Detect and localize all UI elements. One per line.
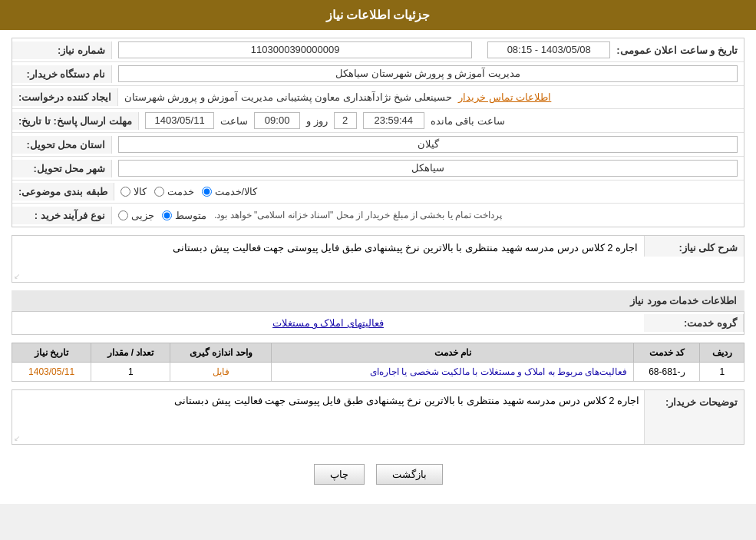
radio-kala-label: کالا <box>134 186 147 197</box>
sharh-resize-icon: ↙ <box>14 272 20 280</box>
roz-value: 2 <box>334 112 357 129</box>
ostan-label: استان محل تحویل: <box>12 136 112 154</box>
radio-khadmat-label: خدمت <box>167 186 194 197</box>
cell-vahed: فایل <box>170 363 272 382</box>
chap-button[interactable]: چاپ <box>314 464 365 485</box>
radio-kala-khadmat-label: کالا/خدمت <box>215 186 258 197</box>
col-tedad: تعداد / مقدار <box>91 343 170 363</box>
service-table: ردیف کد خدمت نام خدمت واحد اندازه گیری ت… <box>12 343 744 382</box>
sharh-label: شرح کلی نیاز: <box>644 236 744 257</box>
radio-khadmat-input[interactable] <box>154 187 164 197</box>
shmare-niaz-value: 1103000390000009 <box>118 41 472 58</box>
shahr-label: شهر محل تحویل: <box>12 160 112 177</box>
saat-value: 09:00 <box>254 112 300 129</box>
radio-motovaset-label: متوسط <box>175 210 206 221</box>
col-kod: کد خدمت <box>634 343 700 363</box>
radio-kala[interactable]: کالا <box>120 186 147 197</box>
ejad-link[interactable]: اطلاعات تماس خریدار <box>458 91 551 103</box>
cell-tarikh: 1403/05/11 <box>12 363 91 382</box>
name-dastgah-value: مدیریت آموزش و پرورش شهرستان سیاهکل <box>118 65 738 82</box>
tozi-value: اجاره 2 کلاس درس مدرسه شهید منتظری با با… <box>174 395 639 406</box>
radio-motovaset[interactable]: متوسط <box>162 210 206 221</box>
tabaqe-label: طبقه بندی موضوعی: <box>12 183 114 200</box>
noac-label: نوع فرآیند خرید : <box>12 207 112 224</box>
shahr-value: سیاهکل <box>118 160 738 177</box>
goroh-label: گروه خدمت: <box>644 314 744 332</box>
mande-label: ساعت باقی مانده <box>431 115 505 127</box>
tozi-resize-icon: ↙ <box>14 434 20 442</box>
radio-motovaset-input[interactable] <box>162 210 172 220</box>
sharh-value: اجاره 2 کلاس درس مدرسه شهید منتظری با با… <box>12 236 644 282</box>
cell-radif: 1 <box>700 363 744 382</box>
radio-kala-khadmat-input[interactable] <box>202 187 212 197</box>
bazgasht-button[interactable]: بازگشت <box>376 464 443 485</box>
tarikh-elam-value: 1403/05/08 - 08:15 <box>487 41 610 58</box>
tarikh-value: 1403/05/11 <box>145 112 214 129</box>
radio-jazii[interactable]: جزیی <box>118 210 154 221</box>
tozi-section: توضیحات خریدار: اجاره 2 کلاس درس مدرسه ش… <box>12 389 744 445</box>
cell-tedad: 1 <box>91 363 170 382</box>
ejad-label: ایجاد کننده درخواست: <box>12 88 118 106</box>
khadamat-title: اطلاعات خدمات مورد نیاز <box>12 290 744 312</box>
radio-khadmat[interactable]: خدمت <box>154 186 194 197</box>
button-row: بازگشت چاپ <box>12 452 744 496</box>
table-row: 1 ر-681-68 فعالیت‌های مربوط به املاک و م… <box>12 363 744 382</box>
tozi-label: توضیحات خریدار: <box>644 390 744 444</box>
ostan-value: گیلان <box>118 136 738 153</box>
mande-value: 23:59:44 <box>363 112 424 129</box>
noac-desc: پرداخت تمام یا بخشی از مبلغ خریدار از مح… <box>214 210 502 220</box>
col-name: نام خدمت <box>272 343 634 363</box>
page-title: جزئیات اطلاعات نیاز <box>0 0 756 30</box>
radio-jazii-label: جزیی <box>131 210 154 221</box>
name-dastgah-label: نام دستگاه خریدار: <box>12 65 112 83</box>
mohlet-label: مهلت ارسال پاسخ: تا تاریخ: <box>12 112 139 130</box>
radio-kala-khadmat[interactable]: کالا/خدمت <box>202 186 258 197</box>
shmare-niaz-label: شماره نیاز: <box>12 41 112 59</box>
ejad-value: حسینعلی شیخ نژادآهنداری معاون پشتیبانی م… <box>124 91 453 103</box>
col-tarikh: تاریخ نیاز <box>12 343 91 363</box>
col-vahed: واحد اندازه گیری <box>170 343 272 363</box>
radio-kala-input[interactable] <box>120 187 130 197</box>
saat-label: ساعت <box>220 115 248 127</box>
col-radif: ردیف <box>700 343 744 363</box>
cell-kod: ر-681-68 <box>634 363 700 382</box>
radio-jazii-input[interactable] <box>118 210 128 220</box>
cell-name: فعالیت‌های مربوط به املاک و مستغلات با م… <box>272 363 634 382</box>
goroh-value[interactable]: فعالیتهای املاک و مستغلات <box>272 317 384 329</box>
roz-label: روز و <box>306 115 328 127</box>
tarikh-elam-label: تاریخ و ساعت اعلان عمومی: <box>616 45 738 56</box>
